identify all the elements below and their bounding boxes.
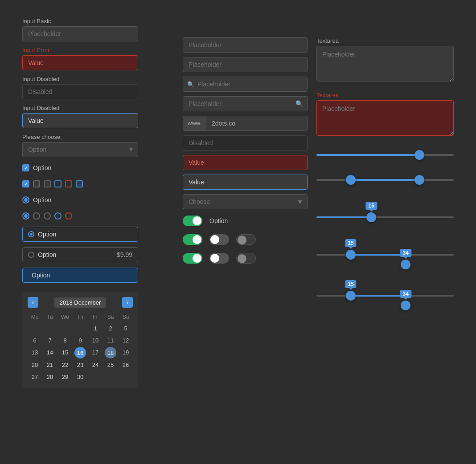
slider-2-fill bbox=[351, 179, 419, 181]
toggle-label-1: Option bbox=[209, 217, 228, 224]
input-placeholder-1[interactable] bbox=[183, 37, 308, 53]
input-disabled2-field[interactable] bbox=[22, 113, 138, 128]
cal-day-2[interactable]: 2 bbox=[103, 323, 118, 334]
radio-filled-row[interactable]: Option bbox=[22, 268, 138, 283]
input-error-field[interactable] bbox=[22, 55, 138, 70]
search-input[interactable] bbox=[183, 77, 308, 92]
input-basic-field[interactable] bbox=[22, 26, 138, 41]
slider-5-thumb-left[interactable]: 15 bbox=[346, 291, 356, 301]
checkbox-outline-red[interactable] bbox=[65, 180, 72, 187]
cal-day-12[interactable]: 12 bbox=[119, 335, 133, 346]
cal-day-14[interactable]: 14 bbox=[43, 347, 57, 358]
input-placeholder-2[interactable] bbox=[183, 57, 308, 72]
url-prefix: www. bbox=[183, 116, 206, 131]
input-error-label: Input Error bbox=[22, 47, 174, 53]
slider-4-thumb-left[interactable]: 15 bbox=[346, 250, 356, 260]
toggle-knob-2 bbox=[193, 235, 201, 244]
input-group-www: www. bbox=[183, 116, 308, 131]
slider-1-thumb[interactable] bbox=[414, 150, 424, 160]
radio-empty-icon bbox=[28, 252, 34, 258]
cal-day-18[interactable]: 18 bbox=[105, 347, 116, 358]
toggle-on-3[interactable] bbox=[183, 253, 202, 264]
cal-day-16[interactable]: 16 bbox=[74, 347, 86, 358]
input-disabled-field bbox=[22, 84, 138, 99]
slider-3-thumb[interactable]: 15 bbox=[366, 212, 376, 222]
calendar-prev-button[interactable]: ‹ bbox=[28, 297, 38, 308]
cal-day-24[interactable]: 24 bbox=[88, 359, 103, 370]
input-active-col2[interactable] bbox=[183, 175, 308, 190]
cal-day-23[interactable]: 23 bbox=[73, 359, 87, 370]
cal-day-8[interactable]: 8 bbox=[58, 335, 72, 346]
input-disabled2-section: Input Disabled bbox=[22, 105, 174, 128]
checkbox-dash[interactable]: — bbox=[76, 180, 83, 187]
textarea-normal[interactable] bbox=[316, 46, 454, 81]
slider-2-thumb-right[interactable] bbox=[414, 175, 424, 185]
slider-4-thumb-right[interactable]: 34 bbox=[401, 260, 410, 269]
cal-day-5[interactable]: 5 bbox=[119, 323, 133, 334]
checkbox-checked-blue[interactable]: ✓ bbox=[22, 180, 29, 187]
cal-day-25[interactable]: 25 bbox=[103, 359, 118, 370]
cal-day-20[interactable]: 20 bbox=[28, 359, 42, 370]
slider-1 bbox=[316, 151, 454, 159]
cal-day-6[interactable]: 6 bbox=[28, 335, 42, 346]
checkbox-unchecked[interactable] bbox=[33, 180, 40, 187]
slider-5-track: 15 34 bbox=[316, 295, 454, 297]
checkbox-unchecked-2[interactable] bbox=[44, 180, 51, 187]
input-icon-right[interactable] bbox=[183, 96, 308, 111]
select-dropdown[interactable]: Option bbox=[22, 142, 138, 157]
radio-price-value: $9.99 bbox=[117, 251, 132, 258]
checkbox-outline-blue[interactable] bbox=[54, 180, 62, 187]
cal-day-9[interactable]: 9 bbox=[73, 335, 87, 346]
toggle-off-gray-1[interactable] bbox=[209, 234, 229, 245]
slider-3-fill bbox=[316, 216, 371, 218]
cal-day-22[interactable]: 22 bbox=[58, 359, 72, 370]
radio-price-row[interactable]: Option $9.99 bbox=[22, 247, 138, 262]
radio-empty-2[interactable] bbox=[44, 212, 51, 220]
radio-filled-blue[interactable] bbox=[22, 196, 29, 204]
radio-button-styled[interactable]: Option bbox=[22, 227, 138, 242]
slider-4-fill bbox=[351, 254, 406, 256]
toggle-on-1[interactable] bbox=[183, 216, 202, 226]
cal-day-15[interactable]: 15 bbox=[58, 347, 72, 358]
input-error-col2[interactable] bbox=[183, 155, 308, 170]
checkbox-1[interactable]: ✓ bbox=[22, 164, 29, 171]
toggle-row-1: Option bbox=[183, 216, 308, 226]
cal-day-19[interactable]: 19 bbox=[119, 347, 133, 358]
cal-day-13[interactable]: 13 bbox=[28, 347, 42, 358]
textarea-error[interactable] bbox=[316, 100, 454, 136]
cal-day-10[interactable]: 10 bbox=[88, 335, 103, 346]
slider-5-thumb-right[interactable]: 34 bbox=[401, 301, 410, 310]
cal-day-30[interactable]: 30 bbox=[73, 371, 87, 383]
toggle-off-dark-2[interactable] bbox=[236, 253, 256, 264]
cal-day-29[interactable]: 29 bbox=[58, 371, 72, 383]
calendar-next-button[interactable]: › bbox=[122, 297, 133, 308]
toggle-on-2[interactable] bbox=[183, 234, 202, 245]
toggle-off-gray-2[interactable] bbox=[209, 253, 229, 264]
slider-1-track bbox=[316, 154, 454, 156]
radio-1-label: Option bbox=[33, 196, 51, 204]
cal-day-27[interactable]: 27 bbox=[28, 371, 42, 383]
slider-2-thumb-left[interactable] bbox=[346, 175, 356, 185]
select-choose[interactable]: Choose Option bbox=[183, 194, 308, 209]
slider-4-bubble-right: 34 bbox=[400, 249, 411, 257]
toggle-off-dark-1[interactable] bbox=[236, 234, 256, 245]
cal-day-28[interactable]: 28 bbox=[43, 371, 57, 383]
select-section: Please choose: Option ▼ bbox=[22, 134, 174, 157]
toggle-knob-7 bbox=[238, 254, 246, 263]
radio-outline-blue[interactable] bbox=[54, 212, 62, 220]
radio-empty-1[interactable] bbox=[33, 212, 40, 220]
cal-day-7[interactable]: 7 bbox=[43, 335, 57, 346]
slider-4: 15 34 bbox=[316, 234, 454, 263]
cal-day-26[interactable]: 26 bbox=[119, 359, 133, 370]
cal-day-1[interactable]: 1 bbox=[88, 323, 103, 334]
cal-header-th: Th bbox=[73, 312, 87, 322]
slider-5-bubble-right: 34 bbox=[400, 290, 411, 298]
cal-day-21[interactable]: 21 bbox=[43, 359, 57, 370]
calendar-grid: Mo Tu We Th Fr Sa Su 1 2 5 6 7 8 9 bbox=[28, 312, 133, 383]
toggle-row-2 bbox=[183, 234, 308, 245]
radio-filled[interactable] bbox=[22, 212, 29, 220]
url-input[interactable] bbox=[206, 116, 308, 131]
cal-day-17[interactable]: 17 bbox=[88, 347, 103, 358]
cal-day-11[interactable]: 11 bbox=[103, 335, 118, 346]
radio-outline-red[interactable] bbox=[65, 212, 72, 220]
